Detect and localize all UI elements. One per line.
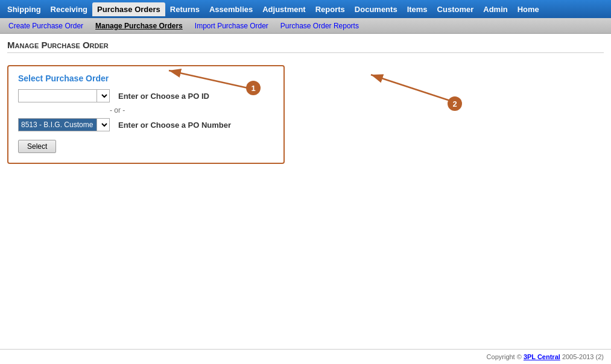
page-content: Manage Purchase Order Select Purchase Or… — [0, 34, 611, 170]
or-row: - or - — [18, 106, 274, 115]
nav-purchase-orders[interactable]: Purchase Orders — [92, 2, 165, 16]
nav-receiving[interactable]: Receiving — [46, 2, 92, 16]
footer-suffix: 2005-2013 (2) — [560, 353, 604, 360]
nav-customer[interactable]: Customer — [432, 2, 479, 16]
select-po-box-title: Select Purchase Order — [18, 74, 274, 83]
nav-adjustment[interactable]: Adjustment — [258, 2, 311, 16]
po-id-combo — [18, 89, 110, 102]
nav-items[interactable]: Items — [402, 2, 432, 16]
page-title: Manage Purchase Order — [7, 40, 604, 53]
subnav-po-reports[interactable]: Purchase Order Reports — [274, 20, 365, 32]
subnav-create-po[interactable]: Create Purchase Order — [2, 20, 89, 32]
po-id-label: Enter or Choose a PO ID — [118, 92, 209, 101]
footer-copyright: Copyright © — [487, 353, 524, 360]
nav-admin[interactable]: Admin — [478, 2, 512, 16]
po-id-input[interactable] — [18, 89, 97, 102]
sub-nav: Create Purchase Order Manage Purchase Or… — [0, 18, 611, 34]
nav-reports[interactable]: Reports — [311, 2, 350, 16]
annotation-circle-1: 1 — [246, 81, 261, 95]
select-po-box: Select Purchase Order Enter or Choose a … — [7, 65, 285, 164]
nav-returns[interactable]: Returns — [165, 2, 204, 16]
top-nav: Shipping Receiving Purchase Orders Retur… — [0, 0, 611, 18]
po-number-row: 8513 - B.I.G. Custome Enter or Choose a … — [18, 118, 274, 131]
subnav-import-po[interactable]: Import Purchase Order — [189, 20, 274, 32]
footer: Copyright © 3PL Central 2005-2013 (2) — [0, 349, 611, 364]
nav-documents[interactable]: Documents — [350, 2, 402, 16]
subnav-manage-po[interactable]: Manage Purchase Orders — [89, 20, 189, 32]
footer-link[interactable]: 3PL Central — [524, 353, 560, 360]
po-number-combo: 8513 - B.I.G. Custome — [18, 118, 110, 131]
po-id-row: Enter or Choose a PO ID — [18, 89, 274, 102]
nav-shipping[interactable]: Shipping — [2, 2, 46, 16]
po-number-dropdown[interactable]: 8513 - B.I.G. Custome — [97, 118, 110, 131]
po-number-input[interactable] — [18, 118, 97, 131]
select-button[interactable]: Select — [18, 140, 56, 153]
annotation-circle-2: 2 — [448, 96, 462, 111]
nav-home[interactable]: Home — [513, 2, 544, 16]
po-id-dropdown[interactable] — [97, 89, 110, 102]
nav-assemblies[interactable]: Assemblies — [204, 2, 258, 16]
or-text: - or - — [110, 106, 125, 115]
po-number-label: Enter or Choose a PO Number — [118, 121, 231, 130]
svg-line-3 — [371, 75, 450, 101]
